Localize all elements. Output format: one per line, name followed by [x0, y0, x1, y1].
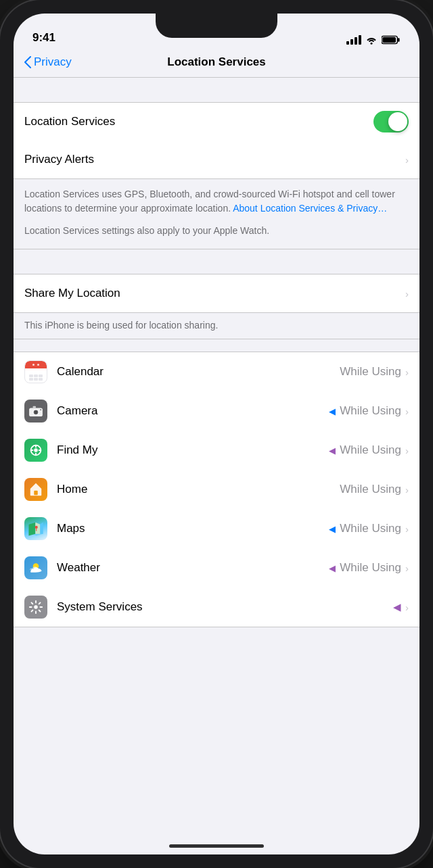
svg-point-8 [40, 409, 41, 410]
app-permission: ◀ While Using [329, 404, 401, 418]
app-chevron: › [405, 523, 409, 535]
location-services-section: Location Services Privacy Alerts › [14, 102, 419, 179]
app-name: Weather [57, 561, 329, 575]
app-chevron: › [405, 406, 409, 417]
toggle-knob [388, 112, 407, 131]
privacy-alerts-row[interactable]: Privacy Alerts › [14, 141, 419, 178]
app-permission: While Using [340, 365, 401, 379]
app-chevron: › [405, 366, 409, 378]
app-permission: ◀ While Using [329, 561, 401, 575]
status-icons [346, 35, 401, 46]
location-services-label: Location Services [24, 115, 373, 128]
scroll-content[interactable]: Location Services Privacy Alerts › Locat… [14, 78, 419, 844]
app-name: Camera [57, 404, 329, 418]
phone-frame: 9:41 [0, 0, 433, 868]
maps-icon [24, 517, 47, 540]
description-text: Location Services uses GPS, Bluetooth, a… [24, 187, 409, 216]
location-arrow-icon: ◀ [329, 524, 336, 534]
app-permission: While Using [340, 483, 401, 496]
share-location-subtext: This iPhone is being used for location s… [14, 313, 419, 339]
status-time: 9:41 [32, 31, 55, 46]
signal-bars-icon [346, 35, 361, 45]
camera-icon [24, 400, 47, 423]
list-item[interactable]: Weather ◀ While Using › [14, 548, 419, 587]
app-chevron: › [405, 484, 409, 496]
battery-icon [382, 35, 401, 45]
bottom-spacer [14, 627, 419, 668]
nav-bar: Privacy Location Services [14, 50, 419, 78]
app-permission: ◀ [393, 601, 401, 613]
location-services-toggle[interactable] [373, 111, 409, 132]
share-my-location-label: Share My Location [24, 287, 405, 300]
app-chevron: › [405, 602, 409, 613]
top-gap [14, 78, 419, 102]
app-name: System Services [57, 600, 393, 614]
home-app-icon [24, 478, 47, 501]
system-services-icon [24, 596, 47, 619]
notch [156, 14, 277, 38]
app-name: Home [57, 483, 340, 496]
svg-point-10 [34, 448, 38, 452]
location-arrow-icon: ◀ [329, 445, 336, 456]
list-item[interactable]: Camera ◀ While Using › [14, 391, 419, 431]
weather-icon [24, 556, 47, 579]
list-item[interactable]: Find My ◀ While Using › [14, 431, 419, 470]
svg-rect-7 [33, 406, 37, 408]
nav-back-button[interactable]: Privacy [24, 55, 72, 69]
svg-point-6 [35, 411, 38, 414]
svg-rect-3 [382, 37, 396, 43]
system-location-icon: ◀ [393, 601, 401, 613]
toggle-switch[interactable] [373, 111, 409, 132]
svg-point-0 [371, 43, 373, 45]
phone-screen: 9:41 [14, 14, 419, 854]
calendar-icon [24, 360, 47, 383]
privacy-link[interactable]: About Location Services & Privacy… [233, 203, 387, 214]
nav-title: Location Services [167, 55, 266, 69]
app-chevron: › [405, 562, 409, 574]
svg-point-17 [35, 526, 38, 529]
location-arrow-icon: ◀ [329, 406, 336, 416]
share-my-location-row[interactable]: Share My Location › [14, 274, 419, 312]
nav-back-label: Privacy [34, 55, 72, 69]
svg-rect-2 [398, 38, 400, 42]
share-location-chevron: › [405, 288, 409, 299]
app-chevron: › [405, 445, 409, 456]
app-name: Maps [57, 522, 329, 535]
app-name: Calendar [57, 365, 340, 379]
location-services-row[interactable]: Location Services [14, 103, 419, 141]
svg-point-20 [34, 605, 38, 609]
apps-gap [14, 339, 419, 352]
wifi-icon [365, 35, 378, 45]
list-item[interactable]: System Services ◀ › [14, 587, 419, 627]
privacy-alerts-label: Privacy Alerts [24, 153, 405, 166]
description-block: Location Services uses GPS, Bluetooth, a… [14, 179, 419, 249]
app-permission: ◀ While Using [329, 443, 401, 457]
mid-gap [14, 249, 419, 274]
watch-description: Location Services settings also apply to… [24, 224, 409, 238]
list-item[interactable]: Home While Using › [14, 470, 419, 509]
app-name: Find My [57, 443, 329, 457]
findmy-icon [24, 439, 47, 462]
svg-rect-15 [34, 491, 38, 495]
list-item[interactable]: Maps ◀ While Using › [14, 509, 419, 548]
list-item[interactable]: Calendar While Using › [14, 352, 419, 391]
home-indicator[interactable] [169, 844, 264, 848]
location-arrow-icon: ◀ [329, 563, 336, 573]
apps-section: Calendar While Using › [14, 352, 419, 627]
app-permission: ◀ While Using [329, 522, 401, 535]
privacy-alerts-chevron: › [405, 154, 409, 166]
share-location-section: Share My Location › [14, 274, 419, 313]
